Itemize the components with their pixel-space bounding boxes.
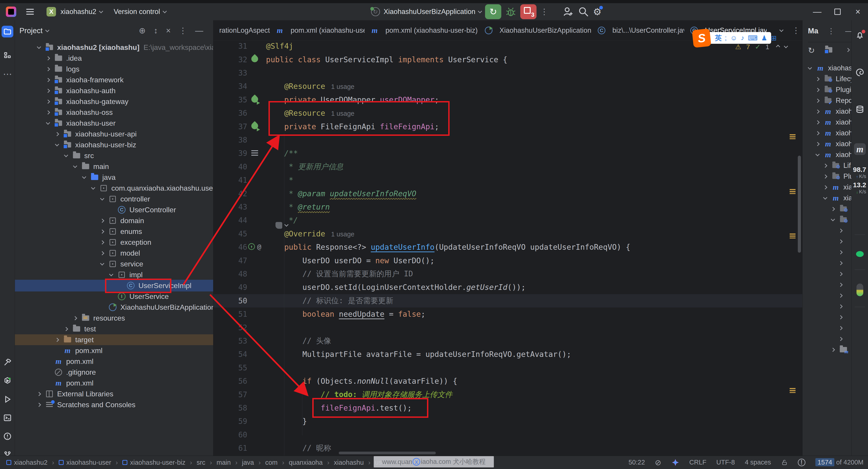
code-line[interactable]: 55 [213, 361, 802, 374]
code-line[interactable]: 38 [213, 133, 802, 147]
breadcrumb-item[interactable]: src [197, 459, 206, 466]
chevron-down-icon[interactable] [815, 152, 819, 156]
tree-row[interactable]: mpom.xml [15, 378, 213, 389]
code-line[interactable]: 35 private UserDOMapper userDOMapper; [213, 93, 802, 106]
chevron-right-icon[interactable] [823, 174, 827, 178]
debug-button[interactable] [505, 6, 517, 18]
breadcrumb-item[interactable]: java [242, 459, 254, 466]
maven-row[interactable]: Lifecy [803, 73, 851, 85]
code-line[interactable]: 51 boolean needUpdate = false; [213, 307, 802, 321]
add-user-icon[interactable] [562, 6, 574, 18]
chevron-right-icon[interactable] [46, 99, 50, 104]
code-line[interactable]: 37 private FileFeignApi fileFeignApi; [213, 120, 802, 133]
maven-row[interactable] [803, 344, 851, 355]
ime-tool-icon[interactable]: ♟ [761, 34, 767, 42]
memory-indicator[interactable]: 1574 of 4200M [815, 459, 864, 466]
render-doc-icon[interactable] [251, 150, 258, 156]
tab-options-icon[interactable]: ⋮ [792, 26, 800, 35]
problems-tool-icon[interactable] [2, 430, 13, 442]
project-panel-title[interactable]: Project [20, 26, 43, 35]
maven-row[interactable]: mxiaoha [803, 106, 851, 117]
chevron-right-icon[interactable] [100, 229, 104, 233]
editor-tab[interactable]: Cbiz\...\UserController.java [592, 20, 684, 41]
build-tool-icon[interactable] [2, 357, 13, 368]
main-menu-icon[interactable] [26, 9, 34, 15]
tree-row[interactable]: xiaoha-framework [15, 74, 213, 85]
tree-row[interactable]: Scratches and Consoles [15, 399, 213, 410]
terminal-tool-icon[interactable] [2, 412, 13, 424]
chevron-right-icon[interactable] [815, 109, 819, 113]
maven-hide-icon[interactable]: — [845, 27, 851, 35]
chevron-right-icon[interactable] [823, 185, 827, 189]
maven-row[interactable]: Repos [803, 95, 851, 106]
tree-row[interactable]: src [15, 150, 213, 161]
tree-row[interactable]: logs [15, 64, 213, 74]
caret-position[interactable]: 50:22 [628, 459, 645, 466]
maven-row[interactable] [803, 301, 851, 312]
hide-panel-icon[interactable]: — [195, 26, 203, 35]
maven-stripe-icon[interactable]: m [854, 143, 866, 155]
maven-row[interactable]: Plu [803, 171, 851, 182]
chevron-right-icon[interactable] [64, 327, 68, 331]
tree-row[interactable]: .idea [15, 53, 213, 64]
generate-doc-icon[interactable] [276, 222, 288, 229]
ime-toolbar[interactable]: S 英 ;☺♪⌨♟⊞ [698, 32, 771, 44]
ime-tool-icon[interactable]: ☺ [730, 34, 737, 42]
code-line[interactable]: 57 // todo: 调用对象存储服务上传文件 [213, 388, 802, 401]
maven-row[interactable]: mxiaoha [803, 128, 851, 138]
inspections-status-icon[interactable]: ! [798, 459, 805, 466]
maven-row[interactable] [803, 323, 851, 333]
tree-row[interactable]: impl [15, 269, 213, 280]
breadcrumb-item[interactable]: quanxiaoha [289, 459, 323, 466]
rerun-button[interactable]: ↻ [485, 4, 501, 19]
chevron-right-icon[interactable] [831, 207, 835, 211]
tree-row[interactable]: XiaohashuUserBizApplication [15, 302, 213, 313]
code-line[interactable]: 52 [213, 321, 802, 334]
maven-row[interactable]: mxia [803, 182, 851, 193]
code-line[interactable]: 56 if (Objects.nonNull(avatarFile)) { [213, 374, 802, 388]
ime-tool-icon[interactable]: ♪ [741, 34, 744, 42]
tree-row[interactable]: test [15, 324, 213, 334]
code-line[interactable]: 46↑@ public Response<?> updateUserInfo(U… [213, 240, 802, 254]
tree-row[interactable]: resources [15, 313, 213, 324]
chevron-right-icon[interactable] [55, 338, 59, 342]
tree-row[interactable]: target [15, 334, 213, 345]
tree-row[interactable]: xiaohashu-user-api [15, 129, 213, 139]
code-line[interactable]: 36 @Resource1 usage [213, 106, 802, 120]
chevron-right-icon[interactable] [838, 261, 842, 265]
tree-row[interactable]: java [15, 172, 213, 183]
chevron-right-icon[interactable] [815, 77, 819, 81]
tree-row[interactable]: xiaohashu-user-biz [15, 139, 213, 150]
chevron-right-icon[interactable] [46, 110, 50, 114]
project-selector[interactable]: xiaohashu2 [61, 8, 102, 16]
ime-tool-icon[interactable]: ⌨ [748, 34, 757, 42]
chevron-down-icon[interactable] [831, 217, 835, 221]
chevron-right-icon[interactable] [831, 348, 835, 352]
breadcrumb-item[interactable]: xiaohashu-user [59, 459, 111, 466]
code-editor[interactable]: 31@Slf4j32public class UserServiceImpl i… [213, 41, 802, 456]
chevron-right-icon[interactable] [815, 120, 819, 124]
chevron-right-icon[interactable] [100, 240, 104, 244]
code-line[interactable]: 47 UserDO userDO = new UserDO(); [213, 254, 802, 267]
code-line[interactable]: 40 * 更新用户信息 [213, 160, 802, 173]
chevron-down-icon[interactable] [46, 121, 50, 125]
chevron-right-icon[interactable] [838, 250, 842, 254]
project-tool-icon[interactable] [2, 26, 13, 37]
horizontal-scrollbar[interactable] [339, 451, 436, 454]
ime-tool-icon[interactable]: ; [725, 34, 726, 42]
maven-row[interactable] [803, 247, 851, 258]
chevron-right-icon[interactable] [838, 315, 842, 319]
chevron-right-icon[interactable] [823, 164, 827, 168]
tab-list-chevron-icon[interactable] [779, 28, 783, 32]
tree-row[interactable]: com.quanxiaoha.xiaohashu.user.biz [15, 183, 213, 194]
collapse-all-icon[interactable]: × [166, 26, 171, 35]
expand-all-icon[interactable]: ↕ [154, 26, 158, 35]
tree-row[interactable]: model [15, 248, 213, 259]
run-config-selector[interactable]: XiaohashuUserBizApplication [384, 8, 482, 16]
line-ending[interactable]: CRLF [689, 459, 707, 466]
spring-autowired-icon[interactable] [250, 121, 259, 131]
tree-row[interactable]: .gitignore [15, 367, 213, 378]
maven-row[interactable] [803, 268, 851, 279]
chevron-right-icon[interactable] [838, 326, 842, 330]
chevron-right-icon[interactable] [46, 89, 50, 93]
